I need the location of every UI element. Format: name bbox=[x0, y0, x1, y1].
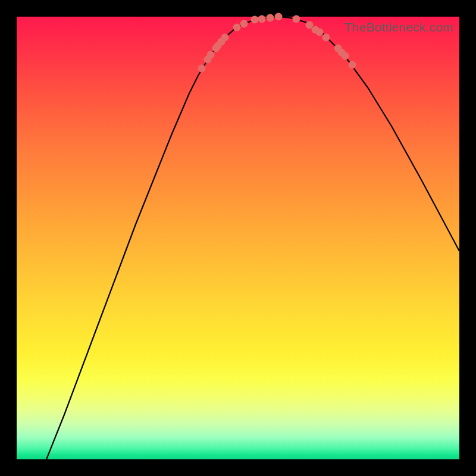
curve-marker bbox=[258, 15, 266, 23]
curve-marker bbox=[322, 34, 330, 42]
curve-marker bbox=[233, 24, 241, 32]
bottleneck-curve bbox=[46, 17, 459, 459]
chart-plot-area: TheBottleneck.com bbox=[17, 17, 459, 459]
curve-marker bbox=[293, 15, 300, 23]
curve-marker bbox=[349, 61, 356, 69]
chart-svg bbox=[17, 17, 459, 459]
curve-marker bbox=[251, 16, 259, 24]
curve-marker bbox=[267, 14, 274, 22]
curve-marker bbox=[275, 13, 283, 21]
curve-marker bbox=[240, 20, 248, 28]
curve-marker bbox=[342, 52, 349, 60]
curve-marker bbox=[316, 29, 324, 36]
curve-marker bbox=[221, 34, 229, 42]
chart-frame: TheBottleneck.com bbox=[0, 0, 476, 476]
curve-marker bbox=[198, 65, 206, 73]
curve-marker bbox=[207, 51, 215, 59]
